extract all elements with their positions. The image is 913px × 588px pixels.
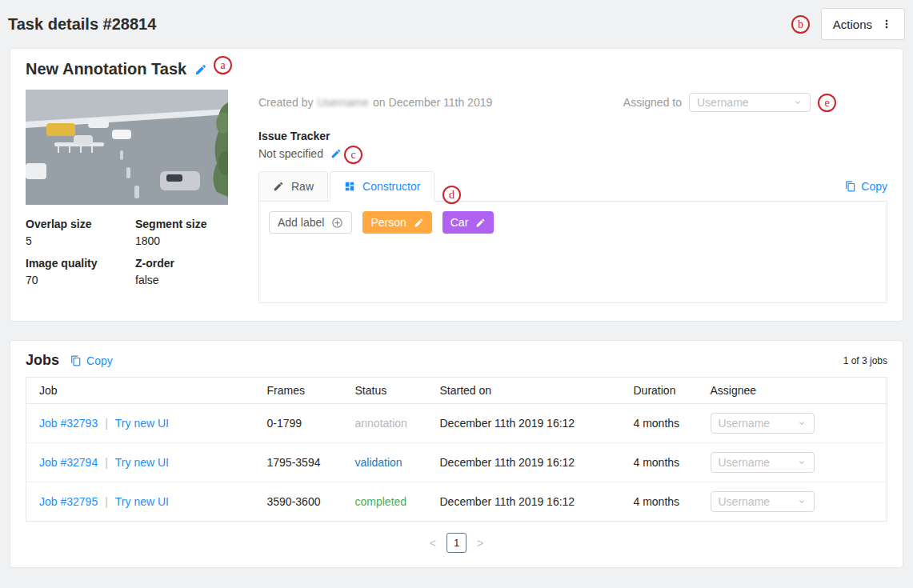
tab-constructor[interactable]: Constructor [330, 171, 434, 202]
assigned-to-group: Assigned to Username [623, 93, 811, 112]
col-job: Job [26, 378, 254, 404]
chevron-down-icon [797, 418, 807, 428]
task-preview-image [26, 90, 228, 205]
jobs-card: Jobs Copy 1 of 3 jobs Job Frames Status … [10, 340, 903, 568]
edit-label-icon[interactable] [475, 218, 486, 228]
task-parameters: Overlap size 5 Segment size 1800 Image q… [26, 218, 228, 286]
jobs-table-header: Job Frames Status Started on Duration As… [26, 378, 887, 404]
col-duration: Duration [621, 378, 698, 404]
labels-constructor-panel: Add label Person Car [258, 201, 887, 303]
job-link-separator: | [105, 417, 108, 430]
job-link[interactable]: Job #32795 [39, 495, 98, 508]
task-assignee-select[interactable]: Username [689, 93, 811, 112]
job-started-on: December 11th 2019 16:12 [427, 404, 621, 443]
job-link-separator: | [105, 495, 108, 508]
street-scene-illustration [26, 90, 228, 205]
chevron-down-icon [793, 98, 803, 107]
job-duration: 4 months [621, 482, 698, 522]
jobs-count: 1 of 3 jobs [843, 355, 887, 366]
job-row: Job #32795|Try new UI 3590-3600 complete… [26, 482, 887, 522]
job-started-on: December 11th 2019 16:12 [427, 482, 621, 522]
param-z-order: Z-order false [135, 257, 228, 286]
try-new-ui-link[interactable]: Try new UI [115, 495, 169, 508]
col-started-on: Started on [427, 378, 621, 404]
job-link-separator: | [105, 456, 108, 469]
job-started-on: December 11th 2019 16:12 [427, 443, 621, 482]
blocks-icon [344, 181, 355, 192]
task-summary-card: New Annotation Task [10, 48, 903, 322]
issue-tracker-value: Not specified [258, 147, 323, 160]
created-row: Created by Username on December 11th 201… [258, 93, 887, 112]
job-duration: 4 months [621, 404, 698, 443]
col-status: Status [342, 378, 427, 404]
callout-c: c [344, 146, 362, 164]
job-frames: 1795-3594 [254, 443, 342, 482]
pagination-page-1[interactable]: 1 [446, 533, 467, 553]
param-overlap-size: Overlap size 5 [26, 218, 135, 247]
copy-icon [845, 181, 856, 192]
job-frames: 3590-3600 [254, 482, 342, 522]
col-frames: Frames [254, 378, 342, 404]
jobs-table: Job Frames Status Started on Duration As… [26, 377, 887, 522]
created-by-text: Created by Username on December 11th 201… [258, 96, 492, 109]
more-vertical-icon [880, 18, 893, 30]
job-assignee-value: Username [719, 495, 771, 508]
plus-circle-icon [331, 217, 343, 229]
task-details-page: Task details #28814 Actions New Annotati… [0, 0, 913, 588]
pencil-icon [273, 181, 284, 192]
callout-b: b [791, 15, 810, 34]
job-status: completed [355, 495, 407, 508]
callout-d: d [442, 186, 461, 204]
task-left-column: Overlap size 5 Segment size 1800 Image q… [26, 90, 228, 303]
add-label-button[interactable]: Add label [269, 211, 352, 234]
job-frames: 0-1799 [254, 404, 342, 443]
labels-tabs-row: Raw Constructor Copy [258, 171, 887, 201]
task-right-column: Created by Username on December 11th 201… [228, 90, 887, 303]
try-new-ui-link[interactable]: Try new UI [115, 456, 169, 469]
label-tag-car[interactable]: Car [442, 211, 495, 234]
page-title: Task details #28814 [8, 15, 156, 34]
copy-labels-link[interactable]: Copy [845, 180, 887, 193]
jobs-header: Jobs Copy 1 of 3 jobs [26, 352, 887, 369]
job-assignee-select[interactable]: Username [711, 452, 815, 473]
callout-e: e [818, 94, 836, 112]
chevron-down-icon [797, 497, 807, 506]
job-link[interactable]: Job #32793 [39, 417, 98, 430]
col-assignee: Assignee [698, 378, 887, 404]
assigned-to-label: Assigned to [623, 96, 682, 109]
task-name-row: New Annotation Task [26, 60, 887, 78]
param-image-quality: Image quality 70 [26, 257, 135, 286]
edit-issue-tracker-icon[interactable] [330, 148, 342, 159]
tab-raw[interactable]: Raw [258, 171, 328, 202]
creator-username: Username [317, 96, 369, 109]
edit-task-name-icon[interactable] [194, 63, 207, 76]
job-row: Job #32793|Try new UI 0-1799 annotation … [26, 404, 887, 443]
jobs-title: Jobs [26, 352, 59, 369]
label-tag-person[interactable]: Person [362, 211, 431, 234]
edit-label-icon[interactable] [414, 218, 424, 228]
job-link[interactable]: Job #32794 [39, 456, 98, 469]
job-assignee-select[interactable]: Username [711, 413, 815, 434]
pagination-prev[interactable]: < [430, 537, 436, 550]
page-header: Task details #28814 Actions [0, 0, 913, 48]
job-row: Job #32794|Try new UI 1795-3594 validati… [26, 443, 887, 482]
task-assignee-value: Username [697, 96, 749, 109]
actions-button-label: Actions [833, 18, 872, 31]
job-assignee-value: Username [719, 456, 771, 469]
param-segment-size: Segment size 1800 [135, 218, 228, 247]
job-status: annotation [355, 417, 407, 430]
callout-a: a [214, 56, 232, 74]
labels-tabs: Raw Constructor [258, 171, 436, 201]
copy-icon [70, 355, 82, 366]
copy-jobs-link[interactable]: Copy [70, 354, 113, 367]
job-assignee-value: Username [719, 417, 771, 430]
jobs-pagination: < 1 > [26, 533, 887, 553]
job-duration: 4 months [621, 443, 698, 482]
pagination-next[interactable]: > [477, 537, 483, 550]
try-new-ui-link[interactable]: Try new UI [115, 417, 169, 430]
issue-tracker-label: Issue Tracker [258, 130, 887, 142]
job-assignee-select[interactable]: Username [711, 491, 815, 512]
job-status: validation [355, 456, 402, 469]
task-name: New Annotation Task [26, 60, 186, 78]
actions-button[interactable]: Actions [821, 8, 905, 40]
